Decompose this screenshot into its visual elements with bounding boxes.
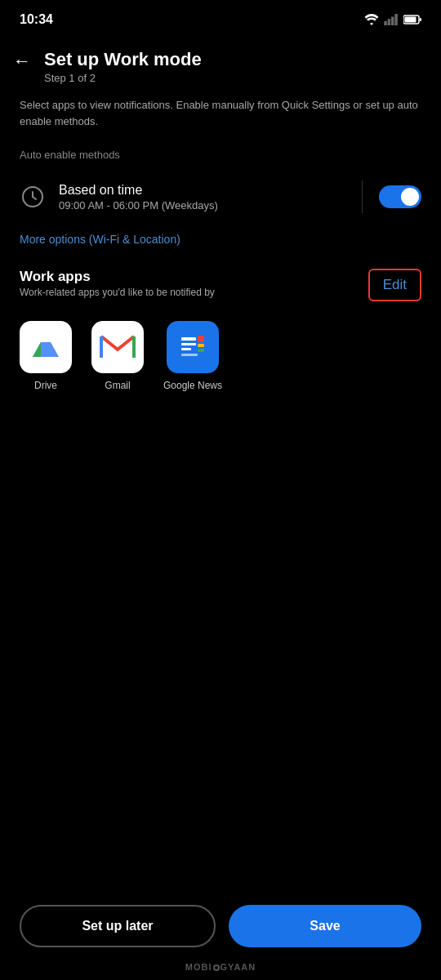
battery-icon: [403, 15, 421, 24]
app-grid: Drive Gmail: [0, 305, 441, 408]
wifi-icon: [364, 14, 379, 25]
svg-rect-25: [181, 337, 196, 341]
drive-app-icon: [20, 321, 72, 373]
work-apps-header: Work apps Work-related apps you'd like t…: [0, 256, 441, 305]
svg-rect-1: [388, 19, 391, 25]
svg-rect-2: [391, 17, 394, 26]
more-options-link[interactable]: More options (Wi-Fi & Location): [0, 223, 441, 256]
svg-rect-6: [420, 18, 421, 21]
google-news-app-icon: [167, 321, 219, 373]
page-title: Set up Work mode: [44, 49, 202, 70]
toggle-knob: [401, 188, 419, 206]
app-item-google-news[interactable]: Google News: [163, 321, 222, 391]
branding: MOBIGYAAN: [0, 962, 441, 972]
svg-rect-3: [394, 14, 398, 25]
time-row: Based on time 09:00 AM - 06:00 PM (Weekd…: [0, 171, 441, 223]
auto-enable-label: Auto enable methods: [0, 142, 441, 171]
svg-rect-26: [181, 343, 196, 345]
bottom-bar: Set up later Save: [0, 905, 441, 947]
gmail-app-label: Gmail: [105, 380, 130, 391]
svg-rect-28: [198, 336, 204, 342]
gmail-app-icon: [91, 321, 144, 373]
edit-button[interactable]: Edit: [372, 274, 418, 296]
svg-marker-12: [33, 342, 41, 357]
time-toggle[interactable]: [379, 185, 421, 208]
svg-line-9: [33, 197, 36, 199]
header: ← Set up Work mode Step 1 of 2: [0, 36, 441, 91]
time-info: Based on time 09:00 AM - 06:00 PM (Weekd…: [59, 183, 345, 212]
clock-icon: [20, 184, 46, 210]
svg-rect-29: [198, 344, 204, 347]
back-button[interactable]: ←: [13, 51, 31, 72]
svg-rect-5: [405, 17, 416, 23]
svg-rect-0: [384, 21, 387, 25]
status-icons: [364, 14, 421, 25]
svg-rect-27: [181, 348, 191, 350]
app-item-gmail[interactable]: Gmail: [91, 321, 144, 391]
time-label: Based on time: [59, 183, 345, 198]
svg-rect-24: [175, 329, 211, 365]
app-item-drive[interactable]: Drive: [20, 321, 72, 391]
status-bar: 10:34: [0, 0, 441, 36]
edit-button-wrapper[interactable]: Edit: [368, 269, 421, 301]
time-range: 09:00 AM - 06:00 PM (Weekdays): [59, 199, 345, 212]
drive-app-label: Drive: [34, 380, 57, 391]
google-news-app-label: Google News: [163, 380, 222, 391]
signal-icon: [384, 14, 399, 25]
status-time: 10:34: [20, 12, 53, 27]
branding-dot: [213, 964, 220, 971]
page-step: Step 1 of 2: [44, 72, 202, 84]
divider: [362, 180, 363, 213]
svg-rect-31: [181, 354, 198, 356]
save-button[interactable]: Save: [229, 905, 421, 947]
work-apps-subtitle: Work-related apps you'd like to be notif…: [20, 287, 215, 298]
svg-rect-30: [198, 349, 204, 352]
work-apps-title: Work apps: [20, 269, 215, 285]
setup-later-button[interactable]: Set up later: [20, 905, 216, 947]
description-text: Select apps to view notifications. Enabl…: [0, 91, 441, 142]
